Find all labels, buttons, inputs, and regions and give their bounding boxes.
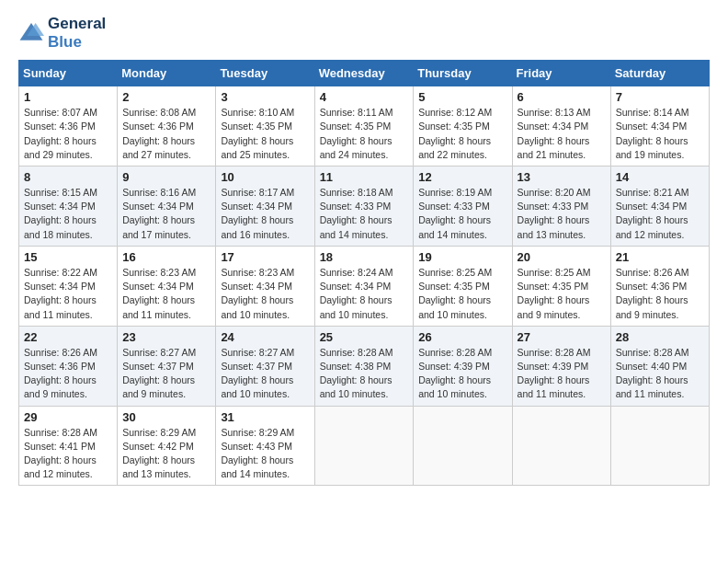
day-cell: 15Sunrise: 8:22 AMSunset: 4:34 PMDayligh… bbox=[19, 246, 118, 326]
header-monday: Monday bbox=[118, 61, 216, 86]
day-detail: Sunrise: 8:07 AMSunset: 4:36 PMDaylight:… bbox=[24, 107, 97, 160]
week-row-3: 15Sunrise: 8:22 AMSunset: 4:34 PMDayligh… bbox=[19, 246, 710, 326]
day-detail: Sunrise: 8:27 AMSunset: 4:37 PMDaylight:… bbox=[221, 347, 294, 400]
day-cell: 6Sunrise: 8:13 AMSunset: 4:34 PMDaylight… bbox=[512, 86, 610, 167]
day-number: 3 bbox=[221, 90, 309, 104]
day-number: 7 bbox=[616, 90, 704, 104]
day-detail: Sunrise: 8:20 AMSunset: 4:33 PMDaylight:… bbox=[518, 187, 591, 240]
day-number: 2 bbox=[122, 90, 210, 104]
day-detail: Sunrise: 8:27 AMSunset: 4:37 PMDaylight:… bbox=[122, 347, 196, 400]
day-cell: 3Sunrise: 8:10 AMSunset: 4:35 PMDaylight… bbox=[216, 86, 314, 167]
day-cell: 31Sunrise: 8:29 AMSunset: 4:43 PMDayligh… bbox=[216, 406, 314, 486]
day-number: 23 bbox=[122, 330, 210, 344]
day-detail: Sunrise: 8:14 AMSunset: 4:34 PMDaylight:… bbox=[616, 107, 689, 160]
day-detail: Sunrise: 8:28 AMSunset: 4:41 PMDaylight:… bbox=[24, 427, 97, 480]
day-detail: Sunrise: 8:17 AMSunset: 4:34 PMDaylight:… bbox=[221, 187, 294, 240]
day-cell: 26Sunrise: 8:28 AMSunset: 4:39 PMDayligh… bbox=[414, 326, 512, 406]
day-number: 6 bbox=[518, 90, 606, 104]
day-number: 15 bbox=[24, 250, 112, 264]
day-number: 20 bbox=[518, 250, 606, 264]
calendar-table: SundayMondayTuesdayWednesdayThursdayFrid… bbox=[18, 60, 710, 486]
day-detail: Sunrise: 8:12 AMSunset: 4:35 PMDaylight:… bbox=[418, 107, 492, 160]
day-number: 14 bbox=[616, 170, 704, 184]
day-cell: 16Sunrise: 8:23 AMSunset: 4:34 PMDayligh… bbox=[118, 246, 216, 326]
day-cell: 14Sunrise: 8:21 AMSunset: 4:34 PMDayligh… bbox=[610, 166, 709, 246]
day-detail: Sunrise: 8:24 AMSunset: 4:34 PMDaylight:… bbox=[320, 267, 393, 320]
day-number: 19 bbox=[418, 250, 506, 264]
day-detail: Sunrise: 8:08 AMSunset: 4:36 PMDaylight:… bbox=[122, 107, 196, 160]
day-cell: 12Sunrise: 8:19 AMSunset: 4:33 PMDayligh… bbox=[414, 166, 512, 246]
day-number: 16 bbox=[122, 250, 210, 264]
day-cell: 30Sunrise: 8:29 AMSunset: 4:42 PMDayligh… bbox=[118, 406, 216, 486]
day-number: 11 bbox=[320, 170, 409, 184]
week-row-5: 29Sunrise: 8:28 AMSunset: 4:41 PMDayligh… bbox=[19, 406, 710, 486]
day-number: 28 bbox=[616, 330, 704, 344]
day-cell: 23Sunrise: 8:27 AMSunset: 4:37 PMDayligh… bbox=[118, 326, 216, 406]
header-saturday: Saturday bbox=[610, 61, 709, 86]
logo-text: General Blue bbox=[48, 15, 106, 51]
day-detail: Sunrise: 8:23 AMSunset: 4:34 PMDaylight:… bbox=[221, 267, 294, 320]
day-detail: Sunrise: 8:19 AMSunset: 4:33 PMDaylight:… bbox=[418, 187, 492, 240]
header-friday: Friday bbox=[512, 61, 610, 86]
day-detail: Sunrise: 8:10 AMSunset: 4:35 PMDaylight:… bbox=[221, 107, 294, 160]
day-cell: 1Sunrise: 8:07 AMSunset: 4:36 PMDaylight… bbox=[19, 86, 118, 167]
day-cell: 21Sunrise: 8:26 AMSunset: 4:36 PMDayligh… bbox=[610, 246, 709, 326]
day-detail: Sunrise: 8:11 AMSunset: 4:35 PMDaylight:… bbox=[320, 107, 393, 160]
day-number: 9 bbox=[122, 170, 210, 184]
day-detail: Sunrise: 8:28 AMSunset: 4:39 PMDaylight:… bbox=[518, 347, 591, 400]
day-number: 13 bbox=[518, 170, 606, 184]
day-cell: 4Sunrise: 8:11 AMSunset: 4:35 PMDaylight… bbox=[314, 86, 414, 167]
day-cell: 9Sunrise: 8:16 AMSunset: 4:34 PMDaylight… bbox=[118, 166, 216, 246]
day-detail: Sunrise: 8:28 AMSunset: 4:39 PMDaylight:… bbox=[418, 347, 492, 400]
logo: General Blue bbox=[18, 15, 106, 51]
header-sunday: Sunday bbox=[19, 61, 118, 86]
day-cell: 5Sunrise: 8:12 AMSunset: 4:35 PMDaylight… bbox=[414, 86, 512, 167]
logo-icon bbox=[18, 20, 44, 46]
day-number: 8 bbox=[24, 170, 112, 184]
day-number: 24 bbox=[221, 330, 309, 344]
header-wednesday: Wednesday bbox=[314, 61, 414, 86]
day-cell bbox=[610, 406, 709, 486]
day-cell bbox=[414, 406, 512, 486]
day-cell: 8Sunrise: 8:15 AMSunset: 4:34 PMDaylight… bbox=[19, 166, 118, 246]
day-detail: Sunrise: 8:23 AMSunset: 4:34 PMDaylight:… bbox=[122, 267, 196, 320]
day-detail: Sunrise: 8:26 AMSunset: 4:36 PMDaylight:… bbox=[616, 267, 689, 320]
day-cell bbox=[512, 406, 610, 486]
day-cell: 19Sunrise: 8:25 AMSunset: 4:35 PMDayligh… bbox=[414, 246, 512, 326]
day-cell: 11Sunrise: 8:18 AMSunset: 4:33 PMDayligh… bbox=[314, 166, 414, 246]
day-detail: Sunrise: 8:18 AMSunset: 4:33 PMDaylight:… bbox=[320, 187, 393, 240]
day-detail: Sunrise: 8:21 AMSunset: 4:34 PMDaylight:… bbox=[616, 187, 689, 240]
day-number: 27 bbox=[518, 330, 606, 344]
day-number: 25 bbox=[320, 330, 409, 344]
day-number: 22 bbox=[24, 330, 112, 344]
day-number: 31 bbox=[221, 410, 309, 424]
day-detail: Sunrise: 8:25 AMSunset: 4:35 PMDaylight:… bbox=[518, 267, 591, 320]
day-number: 5 bbox=[418, 90, 506, 104]
week-row-4: 22Sunrise: 8:26 AMSunset: 4:36 PMDayligh… bbox=[19, 326, 710, 406]
day-detail: Sunrise: 8:26 AMSunset: 4:36 PMDaylight:… bbox=[24, 347, 97, 400]
day-cell: 17Sunrise: 8:23 AMSunset: 4:34 PMDayligh… bbox=[216, 246, 314, 326]
day-number: 17 bbox=[221, 250, 309, 264]
day-detail: Sunrise: 8:22 AMSunset: 4:34 PMDaylight:… bbox=[24, 267, 97, 320]
day-detail: Sunrise: 8:28 AMSunset: 4:38 PMDaylight:… bbox=[320, 347, 393, 400]
day-number: 29 bbox=[24, 410, 112, 424]
day-detail: Sunrise: 8:28 AMSunset: 4:40 PMDaylight:… bbox=[616, 347, 689, 400]
day-cell: 13Sunrise: 8:20 AMSunset: 4:33 PMDayligh… bbox=[512, 166, 610, 246]
day-cell: 7Sunrise: 8:14 AMSunset: 4:34 PMDaylight… bbox=[610, 86, 709, 167]
day-cell: 20Sunrise: 8:25 AMSunset: 4:35 PMDayligh… bbox=[512, 246, 610, 326]
day-detail: Sunrise: 8:13 AMSunset: 4:34 PMDaylight:… bbox=[518, 107, 591, 160]
day-detail: Sunrise: 8:29 AMSunset: 4:43 PMDaylight:… bbox=[221, 427, 294, 480]
header-thursday: Thursday bbox=[414, 61, 512, 86]
header-tuesday: Tuesday bbox=[216, 61, 314, 86]
day-detail: Sunrise: 8:25 AMSunset: 4:35 PMDaylight:… bbox=[418, 267, 492, 320]
day-detail: Sunrise: 8:29 AMSunset: 4:42 PMDaylight:… bbox=[122, 427, 196, 480]
day-cell: 18Sunrise: 8:24 AMSunset: 4:34 PMDayligh… bbox=[314, 246, 414, 326]
day-cell: 27Sunrise: 8:28 AMSunset: 4:39 PMDayligh… bbox=[512, 326, 610, 406]
day-number: 26 bbox=[418, 330, 506, 344]
day-cell bbox=[314, 406, 414, 486]
week-row-2: 8Sunrise: 8:15 AMSunset: 4:34 PMDaylight… bbox=[19, 166, 710, 246]
day-detail: Sunrise: 8:16 AMSunset: 4:34 PMDaylight:… bbox=[122, 187, 196, 240]
day-number: 21 bbox=[616, 250, 704, 264]
day-cell: 24Sunrise: 8:27 AMSunset: 4:37 PMDayligh… bbox=[216, 326, 314, 406]
day-number: 1 bbox=[24, 90, 112, 104]
